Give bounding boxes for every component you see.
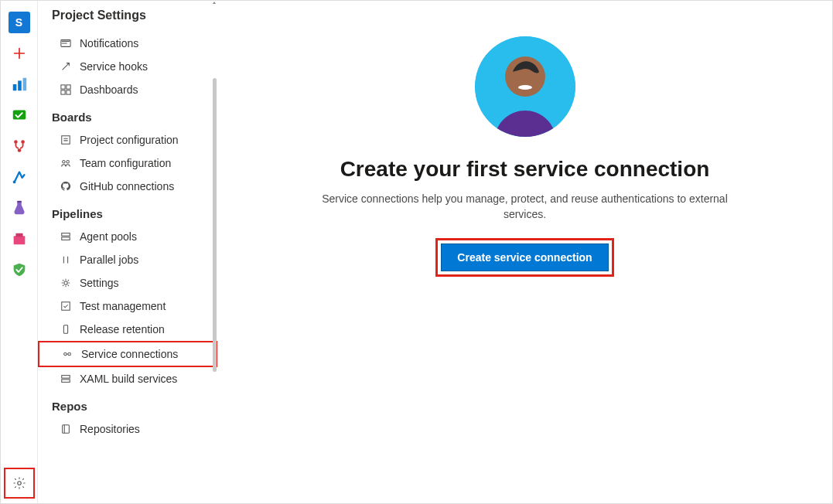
nav-label: Service connections [81,348,178,360]
scrollbar-thumb[interactable] [213,78,217,372]
svg-rect-23 [62,302,70,311]
svg-rect-2 [22,78,26,91]
sidebar-scrollbar[interactable] [211,1,217,503]
project-tile[interactable]: S [7,10,32,35]
settings-sidebar: Project Settings Notifications Service h… [38,1,217,503]
nav-label: Notifications [80,37,138,49]
nav-label: Parallel jobs [80,254,138,266]
svg-rect-9 [13,236,25,244]
xaml-icon [60,373,72,385]
nav-label: Team configuration [80,157,171,169]
main-content: Create your first service connection Ser… [217,1,832,503]
nav-label: Release retention [80,323,165,335]
svg-point-25 [64,352,67,356]
svg-rect-16 [67,90,70,94]
nav-label: Dashboards [80,83,138,96]
nav-github-connections[interactable]: GitHub connections [38,175,217,198]
nav-dashboards[interactable]: Dashboards [38,78,217,101]
nav-xaml-build-services[interactable]: XAML build services [38,367,217,390]
svg-point-26 [68,352,71,356]
nav-test-management[interactable]: Test management [38,295,217,318]
svg-point-5 [21,140,25,144]
nav-overview[interactable] [7,72,32,97]
svg-rect-8 [17,201,22,203]
nav-artifacts[interactable] [7,226,32,251]
nav-parallel-jobs[interactable]: Parallel jobs [38,248,217,271]
new-item-button[interactable] [7,41,32,66]
plus-icon [11,45,28,62]
svg-point-4 [14,140,18,144]
svg-rect-24 [63,325,67,334]
nav-boards[interactable] [7,103,32,128]
artifacts-icon [11,230,28,247]
gear-icon [12,476,26,490]
boards-icon [11,107,28,124]
svg-point-32 [518,85,532,90]
nav-extensions[interactable] [7,257,32,282]
team-icon [60,157,72,169]
svg-point-22 [64,281,67,284]
nav-label: Test management [80,300,166,312]
svg-rect-21 [62,237,70,240]
global-nav-rail: S [1,1,38,503]
create-service-connection-button[interactable]: Create service connection [441,243,608,271]
nav-label: Settings [80,277,119,289]
sidebar-title: Project Settings [38,9,217,22]
svg-point-7 [12,181,15,184]
svg-rect-14 [67,85,70,89]
nav-service-hooks[interactable]: Service hooks [38,55,217,78]
nav-label: Repositories [80,423,140,435]
parallel-jobs-icon [60,254,72,266]
shield-icon [11,261,28,278]
svg-rect-13 [61,85,65,89]
test-management-icon [60,300,72,312]
svg-rect-15 [61,90,65,94]
nav-agent-pools[interactable]: Agent pools [38,225,217,248]
notifications-icon [60,37,72,49]
project-initial-tile: S [9,12,30,33]
gear-icon [60,277,72,289]
empty-state-heading: Create your first service connection [340,157,710,182]
svg-rect-0 [12,84,16,90]
svg-point-18 [63,161,66,164]
nav-pipelines[interactable] [7,165,32,189]
agent-pools-icon [60,230,72,243]
repos-icon [11,138,28,155]
svg-point-11 [17,482,21,485]
service-connections-icon [61,348,73,360]
svg-rect-29 [63,425,70,434]
nav-team-configuration[interactable]: Team configuration [38,152,217,175]
dashboards-icon [60,83,72,96]
nav-label: Service hooks [80,60,148,73]
nav-label: XAML build services [80,373,177,385]
project-settings-button[interactable] [4,468,35,499]
svg-point-19 [67,161,70,164]
section-repos-title: Repos [38,390,217,417]
svg-rect-17 [62,136,70,145]
nav-pipeline-settings[interactable]: Settings [38,271,217,295]
github-icon [60,180,72,192]
config-icon [60,134,72,146]
nav-repos[interactable] [7,134,32,158]
nav-release-retention[interactable]: Release retention [38,318,217,341]
overview-icon [11,76,28,93]
svg-rect-10 [15,233,22,237]
avatar-icon [475,36,575,137]
cta-highlight: Create service connection [435,238,613,277]
section-pipelines-title: Pipelines [38,198,217,225]
empty-state-description: Service connections help you manage, pro… [316,191,734,223]
scroll-up-arrow-icon [212,1,217,5]
nav-service-connections[interactable]: Service connections [38,341,217,367]
nav-repositories[interactable]: Repositories [38,417,217,441]
svg-rect-28 [62,380,70,383]
nav-test-plans[interactable] [7,196,32,220]
pipelines-icon [11,169,28,186]
svg-rect-1 [18,80,22,90]
nav-project-configuration[interactable]: Project configuration [38,128,217,152]
svg-rect-27 [62,376,70,379]
nav-label: GitHub connections [80,180,174,192]
test-plans-icon [11,199,28,216]
nav-notifications[interactable]: Notifications [38,32,217,55]
retention-icon [60,323,72,335]
empty-state-avatar [475,36,575,137]
